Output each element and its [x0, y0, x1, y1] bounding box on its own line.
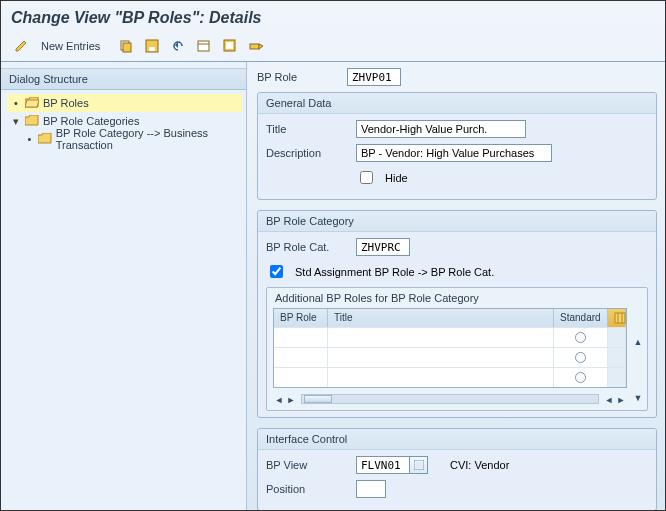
- tree: • BP Roles ▾ BP Role Categories •: [1, 90, 246, 152]
- position-label: Position: [266, 483, 348, 495]
- additional-roles-table: BP Role Title Standard: [273, 308, 627, 388]
- hide-checkbox[interactable]: [360, 171, 373, 184]
- description-input[interactable]: [356, 144, 552, 162]
- scroll-right2-icon[interactable]: ►: [615, 394, 627, 406]
- position-input[interactable]: [356, 480, 386, 498]
- svg-rect-10: [416, 462, 422, 468]
- radio-icon[interactable]: [575, 372, 586, 383]
- svg-rect-4: [198, 41, 209, 51]
- edit-icon[interactable]: [11, 37, 31, 55]
- bp-role-cat-label: BP Role Cat.: [266, 241, 348, 253]
- folder-open-icon: [25, 97, 39, 109]
- content-body: Dialog Structure • BP Roles ▾ BP Role Ca…: [1, 62, 665, 510]
- collapse-icon: ▾: [11, 115, 21, 128]
- bp-role-cat-legend: BP Role Category: [258, 211, 656, 232]
- std-assignment-label: Std Assignment BP Role -> BP Role Cat.: [295, 266, 494, 278]
- svg-rect-3: [149, 47, 155, 51]
- svg-rect-8: [615, 313, 625, 323]
- scroll-up-icon[interactable]: ▲: [632, 336, 644, 348]
- additional-roles-legend: Additional BP Roles for BP Role Category: [267, 288, 647, 308]
- radio-icon[interactable]: [575, 352, 586, 363]
- scroll-right-icon[interactable]: ►: [285, 394, 297, 406]
- general-data-group: General Data Title Description Hide: [257, 92, 657, 200]
- table-row[interactable]: [274, 367, 626, 387]
- general-data-legend: General Data: [258, 93, 656, 114]
- toolbar: New Entries: [1, 33, 665, 62]
- folder-icon: [25, 115, 39, 127]
- bp-role-input[interactable]: [347, 68, 401, 86]
- bp-view-input[interactable]: [356, 456, 410, 474]
- title-input[interactable]: [356, 120, 526, 138]
- svg-rect-6: [226, 42, 233, 49]
- table-row[interactable]: [274, 327, 626, 347]
- bp-role-cat-input[interactable]: [356, 238, 410, 256]
- save-icon[interactable]: [142, 37, 162, 55]
- select-all-icon[interactable]: [220, 37, 240, 55]
- radio-icon[interactable]: [575, 332, 586, 343]
- undo-icon[interactable]: [168, 37, 188, 55]
- copy-icon[interactable]: [116, 37, 136, 55]
- tree-label: BP Role Categories: [43, 115, 139, 127]
- bp-role-category-group: BP Role Category BP Role Cat. Std Assign…: [257, 210, 657, 418]
- h-scrollbar[interactable]: ◄ ► ◄ ►: [267, 392, 633, 410]
- svg-rect-7: [250, 44, 259, 49]
- tree-item-bp-roles[interactable]: • BP Roles: [7, 94, 242, 112]
- std-assignment-checkbox[interactable]: [270, 265, 283, 278]
- tree-label: BP Role Category --> Business Transactio…: [56, 127, 242, 151]
- right-panel: BP Role General Data Title Description: [247, 62, 665, 510]
- delimit-icon[interactable]: [194, 37, 214, 55]
- bp-role-row: BP Role: [257, 68, 657, 86]
- folder-icon: [38, 133, 52, 145]
- table-header: BP Role Title Standard: [274, 309, 626, 327]
- new-entries-button[interactable]: New Entries: [37, 38, 104, 54]
- interface-control-legend: Interface Control: [258, 429, 656, 450]
- tree-item-bp-role-cat-trans[interactable]: • BP Role Category --> Business Transact…: [7, 130, 242, 148]
- col-bp-role[interactable]: BP Role: [274, 309, 328, 327]
- bp-role-label: BP Role: [257, 71, 339, 83]
- col-title[interactable]: Title: [328, 309, 554, 327]
- tree-label: BP Roles: [43, 97, 89, 109]
- additional-roles-box: Additional BP Roles for BP Role Category…: [266, 287, 648, 411]
- bullet-icon: •: [11, 97, 21, 109]
- dialog-structure-header: Dialog Structure: [1, 68, 246, 90]
- bullet-icon: •: [25, 133, 34, 145]
- scroll-track[interactable]: [301, 394, 599, 404]
- description-label: Description: [266, 147, 348, 159]
- left-panel: Dialog Structure • BP Roles ▾ BP Role Ca…: [1, 62, 247, 510]
- bp-view-label: BP View: [266, 459, 348, 471]
- transport-icon[interactable]: [246, 37, 266, 55]
- hide-label: Hide: [385, 172, 408, 184]
- scroll-left2-icon[interactable]: ◄: [603, 394, 615, 406]
- bp-view-text: CVI: Vendor: [450, 459, 509, 471]
- scroll-left-icon[interactable]: ◄: [273, 394, 285, 406]
- page-title: Change View "BP Roles": Details: [1, 1, 665, 33]
- app-frame: Change View "BP Roles": Details New Entr…: [0, 0, 666, 511]
- interface-control-group: Interface Control BP View CVI: Vendor: [257, 428, 657, 510]
- title-label: Title: [266, 123, 348, 135]
- scroll-down-icon[interactable]: ▼: [632, 392, 644, 404]
- svg-rect-1: [123, 43, 131, 52]
- col-standard[interactable]: Standard: [554, 309, 608, 327]
- table-row[interactable]: [274, 347, 626, 367]
- value-help-icon[interactable]: [410, 456, 428, 474]
- config-column-icon[interactable]: [608, 309, 626, 327]
